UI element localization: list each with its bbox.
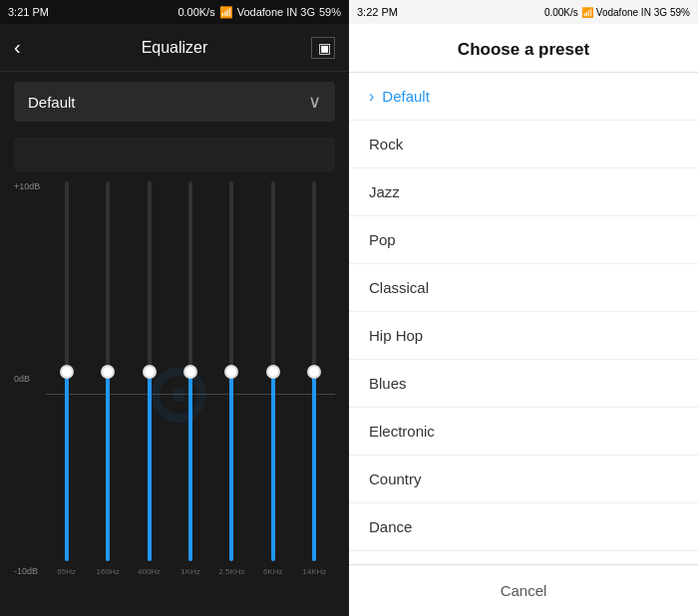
band-knob-2-5khz[interactable] xyxy=(224,365,238,379)
preset-item-label-rock: Rock xyxy=(369,136,403,153)
eq-band-400hz[interactable]: 400Hz xyxy=(129,181,170,576)
band-knob-6khz[interactable] xyxy=(266,365,280,379)
band-fill-400hz xyxy=(148,372,152,562)
preset-list: › Default Rock Jazz Pop Classical Hip Ho… xyxy=(349,73,698,564)
preset-item-rock[interactable]: Rock xyxy=(349,121,698,168)
page-title: Equalizer xyxy=(38,39,311,57)
band-freq-14khz: 14KHz xyxy=(302,567,326,576)
equalizer-header: ‹ Equalizer ▣ xyxy=(0,24,349,72)
preset-item-label-jazz: Jazz xyxy=(369,183,400,200)
preset-item-label-pop: Pop xyxy=(369,231,396,248)
status-bar-left: 3:21 PM 0.00K/s 📶 Vodafone IN 3G 59% xyxy=(0,0,349,24)
wifi-icon-right: 📶 xyxy=(581,7,593,18)
band-freq-2-5khz: 2.5KHz xyxy=(218,567,244,576)
preset-item-dance[interactable]: Dance xyxy=(349,503,698,551)
preset-item-hiphop[interactable]: Hip Hop xyxy=(349,312,698,360)
preset-item-classical[interactable]: Classical xyxy=(349,264,698,312)
db-label-top: +10dB xyxy=(14,181,40,191)
chevron-down-icon: ∨ xyxy=(308,91,321,113)
dialog-title: Choose a preset xyxy=(349,24,698,73)
check-icon-default: › xyxy=(369,88,374,106)
band-bar-6khz xyxy=(271,181,275,561)
eq-band-160hz[interactable]: 160Hz xyxy=(87,181,128,576)
band-fill-2-5khz xyxy=(229,372,233,562)
band-freq-6khz: 6KHz xyxy=(263,567,283,576)
preset-item-label-dance: Dance xyxy=(369,518,412,535)
wifi-icon: 📶 xyxy=(219,6,233,19)
back-icon[interactable]: ‹ xyxy=(14,36,38,59)
network-left: Vodafone IN 3G xyxy=(237,6,315,18)
band-knob-65hz[interactable] xyxy=(60,365,74,379)
preset-dialog-panel: 3:22 PM 0.00K/s 📶 Vodafone IN 3G 59% Cho… xyxy=(349,0,698,616)
band-freq-400hz: 400Hz xyxy=(138,567,161,576)
band-bar-160hz xyxy=(106,181,110,561)
speed-left: 0.00K/s xyxy=(177,6,214,18)
eq-chart-area: +10dB 0dB -10dB ⊙ 65Hz xyxy=(14,181,335,606)
time-right: 3:22 PM xyxy=(357,6,398,18)
eq-band-65hz[interactable]: 65Hz xyxy=(46,181,87,576)
network-right: Vodafone IN 3G xyxy=(596,7,667,18)
preset-item-label-hiphop: Hip Hop xyxy=(369,327,423,344)
preset-item-label-default: Default xyxy=(382,88,430,105)
band-freq-160hz: 160Hz xyxy=(97,567,120,576)
band-bar-1khz xyxy=(188,181,192,561)
equalizer-panel: 3:21 PM 0.00K/s 📶 Vodafone IN 3G 59% ‹ E… xyxy=(0,0,349,616)
band-knob-1khz[interactable] xyxy=(183,365,197,379)
band-freq-1khz: 1KHz xyxy=(180,567,200,576)
band-bar-14khz xyxy=(312,181,316,561)
band-knob-14khz[interactable] xyxy=(307,365,321,379)
eq-band-14khz[interactable]: 14KHz xyxy=(294,181,335,576)
band-fill-65hz xyxy=(65,372,69,562)
speed-right: 0.00K/s xyxy=(544,7,578,18)
battery-right: 59% xyxy=(670,7,690,18)
status-info-left: 0.00K/s 📶 Vodafone IN 3G 59% xyxy=(177,6,341,19)
band-bar-65hz xyxy=(65,181,69,561)
preset-item-default[interactable]: › Default xyxy=(349,73,698,121)
band-fill-160hz xyxy=(106,372,110,562)
cancel-label: Cancel xyxy=(501,582,547,599)
db-label-mid: 0dB xyxy=(14,374,40,384)
eq-bands: 65Hz 160Hz 400Hz xyxy=(46,181,335,576)
status-bar-right: 3:22 PM 0.00K/s 📶 Vodafone IN 3G 59% xyxy=(349,0,698,24)
menu-icon[interactable]: ▣ xyxy=(311,37,335,59)
band-knob-160hz[interactable] xyxy=(101,365,115,379)
preset-item-label-electronic: Electronic xyxy=(369,423,435,440)
preset-item-jazz[interactable]: Jazz xyxy=(349,168,698,216)
cancel-button[interactable]: Cancel xyxy=(349,564,698,616)
battery-left: 59% xyxy=(319,6,341,18)
status-info-right: 0.00K/s 📶 Vodafone IN 3G 59% xyxy=(544,7,690,18)
band-fill-14khz xyxy=(312,372,316,562)
preset-item-pop[interactable]: Pop xyxy=(349,216,698,264)
eq-band-1khz[interactable]: 1KHz xyxy=(170,181,210,576)
band-freq-65hz: 65Hz xyxy=(57,567,76,576)
band-fill-1khz xyxy=(188,372,192,562)
time-left: 3:21 PM xyxy=(8,6,49,18)
band-labels-area xyxy=(14,138,335,171)
preset-item-country[interactable]: Country xyxy=(349,456,698,503)
band-bar-400hz xyxy=(148,181,152,561)
band-bar-2-5khz xyxy=(229,181,233,561)
db-labels: +10dB 0dB -10dB xyxy=(14,181,40,576)
preset-label: Default xyxy=(28,94,76,111)
preset-item-label-country: Country xyxy=(369,470,422,487)
preset-item-blues[interactable]: Blues xyxy=(349,360,698,408)
eq-band-2-5khz[interactable]: 2.5KHz xyxy=(211,181,252,576)
preset-item-electronic[interactable]: Electronic xyxy=(349,408,698,456)
db-label-bot: -10dB xyxy=(14,566,40,576)
preset-item-label-blues: Blues xyxy=(369,375,407,392)
preset-item-label-classical: Classical xyxy=(369,279,429,296)
band-knob-400hz[interactable] xyxy=(143,365,157,379)
eq-band-6khz[interactable]: 6KHz xyxy=(252,181,293,576)
band-fill-6khz xyxy=(271,372,275,562)
preset-selector[interactable]: Default ∨ xyxy=(14,82,335,122)
